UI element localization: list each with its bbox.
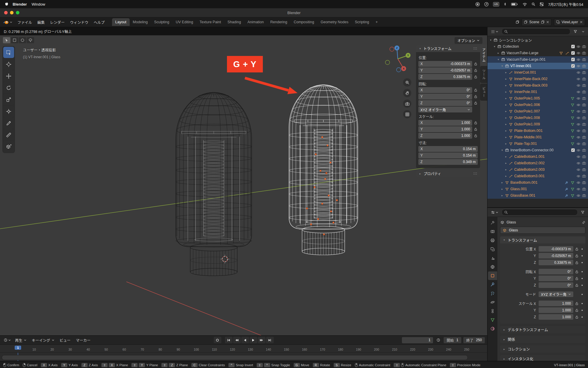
render-visibility-camera-icon[interactable]	[582, 103, 586, 107]
zoom-button[interactable]	[403, 78, 411, 87]
visibility-eye-icon[interactable]	[577, 142, 580, 145]
outliner-row[interactable]: ▸Plate-Top.001	[487, 140, 588, 147]
workspace-tab[interactable]: UV Editing	[173, 18, 196, 26]
visibility-eye-icon[interactable]	[577, 52, 580, 55]
visibility-eye-icon[interactable]	[577, 84, 580, 87]
sidebar-tab[interactable]: ツール	[480, 66, 487, 83]
render-visibility-camera-icon[interactable]	[582, 71, 586, 74]
lock-open-icon[interactable]	[474, 75, 478, 79]
outliner-row[interactable]: ▸Plate-Middle.001	[487, 134, 588, 140]
scene-selector[interactable]: Scene	[522, 19, 552, 26]
rotation-mode-dropdown[interactable]: XYZ オイラー角	[539, 291, 573, 297]
animate-dot-icon[interactable]	[580, 248, 584, 250]
outliner-row[interactable]: ▸InnerPlate-Back.002	[487, 76, 588, 82]
animate-dot-icon[interactable]	[580, 255, 584, 257]
render-visibility-camera-icon[interactable]	[582, 51, 586, 55]
animate-dot-icon[interactable]	[580, 271, 584, 273]
viewport-3d[interactable]: ユーザー・透視投影 (1) VT-Inner.001 | Glass オプション…	[0, 35, 487, 335]
outliner-editor-icon[interactable]	[490, 30, 500, 34]
collapsed-section[interactable]: ▸デルタトランスフォーム	[500, 326, 585, 333]
wifi-icon[interactable]	[522, 2, 527, 6]
lock-open-icon[interactable]	[575, 270, 579, 273]
properties-filter-icon[interactable]	[579, 210, 586, 214]
timeline-scrollbar[interactable]	[2, 355, 468, 360]
outliner-row[interactable]: ▸OuterPole1.006	[487, 102, 588, 108]
visibility-eye-icon[interactable]	[577, 103, 580, 107]
outliner-row[interactable]: ▾VaccumTube-Large.001✓	[487, 56, 588, 63]
menubar-menu-window[interactable]: Window	[31, 2, 45, 6]
outliner-row[interactable]: ▸OuterPole1.007	[487, 108, 588, 115]
property-value-field[interactable]: 0.33875 m	[539, 260, 573, 265]
render-visibility-camera-icon[interactable]	[582, 77, 586, 81]
n-panel-value-field[interactable]: Y1.000	[418, 126, 472, 132]
topbar-menu-1[interactable]: 編集	[35, 18, 47, 26]
lock-open-icon[interactable]	[474, 121, 478, 125]
lock-open-icon[interactable]	[474, 62, 478, 66]
properties-tab-render[interactable]	[488, 227, 497, 236]
render-visibility-camera-icon[interactable]	[582, 194, 586, 197]
properties-tab-particles[interactable]	[488, 289, 497, 298]
collapsed-section[interactable]: ▸インスタンス化	[500, 355, 585, 361]
add-cube-tool-button[interactable]	[3, 141, 14, 152]
expand-closed-icon[interactable]: ▸	[505, 116, 507, 119]
n-panel-value-field[interactable]: X-0.000373 m	[418, 61, 472, 67]
workspace-tab[interactable]: Modeling	[130, 18, 151, 26]
close-window-button[interactable]	[4, 11, 8, 14]
properties-tab-material[interactable]	[488, 324, 497, 333]
property-value-field[interactable]: 0°	[539, 276, 573, 281]
expand-open-icon[interactable]: ▾	[501, 64, 504, 67]
animate-dot-icon[interactable]	[580, 293, 584, 296]
visibility-eye-icon[interactable]	[577, 116, 580, 120]
timeline-menu[interactable]: 再生	[12, 336, 29, 344]
animate-dot-icon[interactable]	[580, 284, 584, 286]
property-value-field[interactable]: 1.000	[539, 301, 573, 306]
workspace-tab[interactable]: Animation	[244, 18, 267, 26]
lock-open-icon[interactable]	[474, 127, 478, 131]
lock-open-icon[interactable]	[575, 315, 579, 319]
collection-checkbox[interactable]: ✓	[571, 64, 575, 68]
control-center-icon[interactable]	[539, 2, 544, 6]
visibility-eye-icon[interactable]	[577, 90, 580, 94]
animate-dot-icon[interactable]	[580, 309, 584, 311]
properties-editor-icon[interactable]	[490, 210, 500, 214]
frame-start-field[interactable]: 開始 1	[444, 337, 461, 343]
zoom-window-button[interactable]	[16, 11, 19, 14]
outliner-row[interactable]: ▸GlassBase.001	[487, 192, 588, 199]
lock-open-icon[interactable]	[474, 69, 478, 72]
current-frame-badge[interactable]: 1	[15, 346, 21, 350]
n-panel-value-field[interactable]: Z0.33875 m	[418, 74, 472, 80]
visibility-eye-icon[interactable]	[577, 71, 580, 74]
timeline-menu[interactable]: ビュー	[57, 336, 74, 344]
annotate-tool-button[interactable]	[3, 117, 14, 129]
outliner-row[interactable]: ▾シーンコレクション	[487, 37, 588, 43]
lock-open-icon[interactable]	[575, 261, 579, 264]
render-visibility-camera-icon[interactable]	[582, 110, 586, 113]
properties-tab-object[interactable]	[488, 271, 497, 280]
toggle-camera-view-button[interactable]	[403, 100, 411, 108]
expand-closed-icon[interactable]: ▸	[505, 77, 507, 80]
screen-record-icon[interactable]	[475, 2, 480, 6]
workspace-tab[interactable]: Geometry Nodes	[317, 18, 351, 26]
expand-closed-icon[interactable]: ▸	[505, 142, 507, 145]
cursor-tool-button[interactable]	[3, 59, 14, 70]
visibility-eye-icon[interactable]	[577, 136, 580, 139]
timeline-menu[interactable]: キーイング	[29, 336, 57, 344]
visibility-eye-icon[interactable]	[577, 123, 580, 126]
n-panel-value-field[interactable]: Y0.154 m	[418, 152, 478, 158]
timeline-editor-icon[interactable]	[2, 338, 12, 342]
rotation-mode-dropdown[interactable]: XYZ オイラー角	[418, 107, 472, 112]
workspace-tab[interactable]: Layout	[112, 18, 130, 26]
outliner-row[interactable]: ▸CableBottom1.001	[487, 153, 588, 160]
render-visibility-camera-icon[interactable]	[582, 90, 586, 94]
outliner-row[interactable]: ▸InnerPole.001	[487, 89, 588, 95]
scale-tool-button[interactable]	[3, 94, 14, 105]
render-visibility-camera-icon[interactable]	[582, 168, 586, 171]
rotate-tool-button[interactable]	[3, 82, 14, 93]
prev-key-button[interactable]	[233, 337, 241, 343]
properties-tab-output[interactable]	[488, 236, 497, 245]
expand-closed-icon[interactable]: ▸	[505, 110, 507, 113]
expand-open-icon[interactable]: ▾	[497, 58, 500, 61]
navigation-gizmo[interactable]: ZYX	[383, 44, 412, 75]
visibility-eye-icon[interactable]	[577, 175, 580, 178]
new-scene-icon[interactable]	[541, 20, 544, 24]
